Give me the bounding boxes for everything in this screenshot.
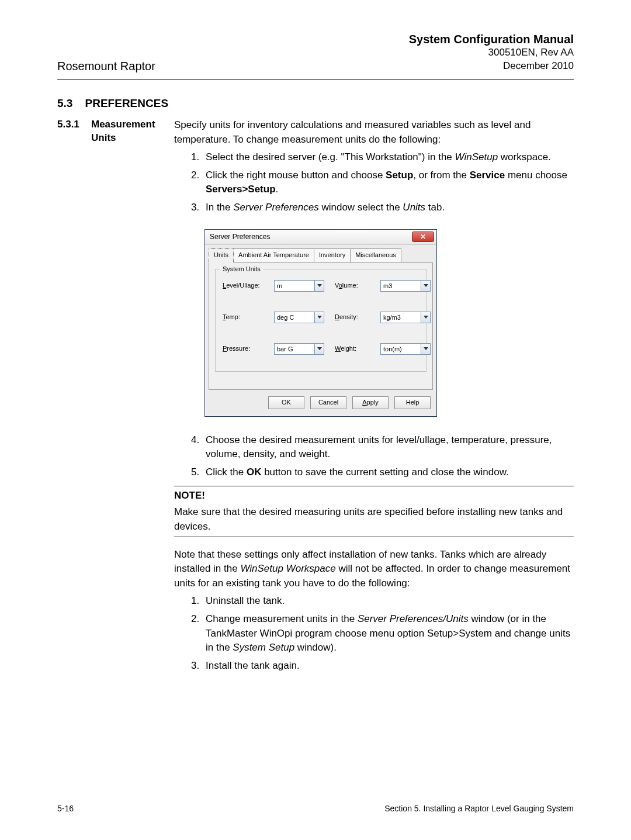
section-number: 5.3: [57, 97, 72, 109]
subsection-title: Measurement Units: [91, 118, 174, 677]
b-step-1: Uninstall the tank.: [202, 594, 574, 609]
document-page: Rosemount Raptor System Configuration Ma…: [0, 0, 631, 840]
temp-label: Temp:: [223, 313, 264, 322]
steps-list-2: Choose the desired measurement units for…: [174, 433, 574, 480]
intro-paragraph: Specify units for inventory calculations…: [174, 118, 574, 147]
note-rule-top: [174, 486, 574, 486]
volume-select[interactable]: m3: [380, 280, 431, 292]
dialog-title: Server Preferences: [210, 232, 270, 242]
tab-ambient-air-temperature[interactable]: Ambient Air Temperature: [233, 248, 314, 263]
step-2: Click the right mouse button and choose …: [202, 168, 574, 197]
note-rule-bottom: [174, 537, 574, 537]
chevron-down-icon[interactable]: [421, 312, 430, 323]
header-right: System Configuration Manual 300510EN, Re…: [409, 33, 574, 73]
group-legend: System Units: [220, 265, 263, 274]
step-1: Select the desired server (e.g. "This Wo…: [202, 150, 574, 165]
tab-miscellaneous[interactable]: Miscellaneous: [350, 248, 401, 263]
tab-body: System Units Level/Ullage: m Volume: m3: [209, 262, 433, 390]
svg-marker-5: [424, 347, 428, 350]
dialog-titlebar[interactable]: Server Preferences ✕: [205, 230, 436, 245]
pressure-value: bar G: [275, 344, 314, 354]
server-preferences-dialog: Server Preferences ✕ Units Ambient Air T…: [204, 229, 437, 417]
chevron-down-icon[interactable]: [314, 344, 324, 354]
page-footer: 5-16 Section 5. Installing a Raptor Leve…: [57, 804, 574, 813]
step-5: Click the OK button to save the current …: [202, 465, 574, 480]
content-column: Specify units for inventory calculations…: [174, 118, 574, 677]
step-4: Choose the desired measurement units for…: [202, 433, 574, 462]
chevron-down-icon[interactable]: [314, 312, 324, 323]
level-select[interactable]: m: [274, 280, 324, 292]
doc-date: December 2010: [409, 60, 574, 73]
svg-marker-0: [317, 284, 322, 287]
level-label: Level/Ullage:: [223, 281, 264, 291]
subsection-row: 5.3.1 Measurement Units Specify units fo…: [57, 118, 574, 677]
chevron-down-icon[interactable]: [421, 281, 430, 291]
product-name: Rosemount Raptor: [57, 60, 155, 73]
paragraph-existing-tanks: Note that these settings only affect ins…: [174, 548, 574, 591]
ok-button[interactable]: OK: [268, 396, 304, 409]
pressure-select[interactable]: bar G: [274, 343, 324, 355]
svg-marker-4: [317, 347, 322, 350]
note-body: Make sure that the desired measuring uni…: [174, 505, 574, 534]
manual-title: System Configuration Manual: [409, 33, 574, 46]
cancel-button[interactable]: Cancel: [310, 396, 346, 409]
temp-select[interactable]: deg C: [274, 312, 324, 323]
system-units-group: System Units Level/Ullage: m Volume: m3: [215, 269, 427, 372]
units-form-grid: Level/Ullage: m Volume: m3: [223, 280, 419, 355]
svg-marker-1: [424, 284, 428, 287]
dialog-screenshot: Server Preferences ✕ Units Ambient Air T…: [204, 229, 574, 417]
note-heading: NOTE!: [174, 489, 574, 503]
volume-label: Volume:: [335, 281, 370, 291]
footer-section-title: Section 5. Installing a Raptor Level Gau…: [384, 804, 574, 813]
temp-value: deg C: [275, 312, 314, 323]
level-value: m: [275, 281, 314, 291]
help-button[interactable]: Help: [394, 396, 431, 409]
steps-list-1: Select the desired server (e.g. "This Wo…: [174, 150, 574, 215]
svg-marker-2: [317, 316, 322, 319]
weight-select[interactable]: ton(m): [380, 343, 431, 355]
step-3: In the Server Preferences window select …: [202, 201, 574, 215]
close-button[interactable]: ✕: [412, 231, 434, 242]
density-value: kg/m3: [381, 312, 421, 323]
volume-value: m3: [381, 281, 421, 291]
chevron-down-icon[interactable]: [314, 281, 324, 291]
subsection-number: 5.3.1: [57, 118, 91, 677]
doc-id: 300510EN, Rev AA: [409, 46, 574, 60]
b-step-3: Install the tank again.: [202, 659, 574, 673]
pressure-label: Pressure:: [223, 344, 264, 354]
section-heading: 5.3 PREFERENCES: [57, 97, 574, 110]
density-label: Density:: [335, 313, 370, 322]
section-title: PREFERENCES: [85, 97, 169, 109]
page-header: Rosemount Raptor System Configuration Ma…: [57, 33, 574, 77]
weight-value: ton(m): [381, 344, 421, 354]
page-number: 5-16: [57, 804, 74, 813]
b-step-2: Change measurement units in the Server P…: [202, 612, 574, 655]
dialog-button-row: OK Cancel Apply Help: [205, 390, 436, 416]
header-rule: [57, 79, 574, 79]
chevron-down-icon[interactable]: [421, 344, 430, 354]
close-icon: ✕: [420, 233, 426, 240]
density-select[interactable]: kg/m3: [380, 312, 431, 323]
steps-list-3: Uninstall the tank. Change measurement u…: [174, 594, 574, 673]
subsection-label: 5.3.1 Measurement Units: [57, 118, 174, 677]
weight-label: Weight:: [335, 344, 370, 354]
tabs-row: Units Ambient Air Temperature Inventory …: [205, 245, 436, 263]
apply-button[interactable]: Apply: [352, 396, 389, 409]
tab-inventory[interactable]: Inventory: [314, 248, 351, 263]
tab-units[interactable]: Units: [209, 248, 234, 263]
svg-marker-3: [424, 316, 428, 319]
